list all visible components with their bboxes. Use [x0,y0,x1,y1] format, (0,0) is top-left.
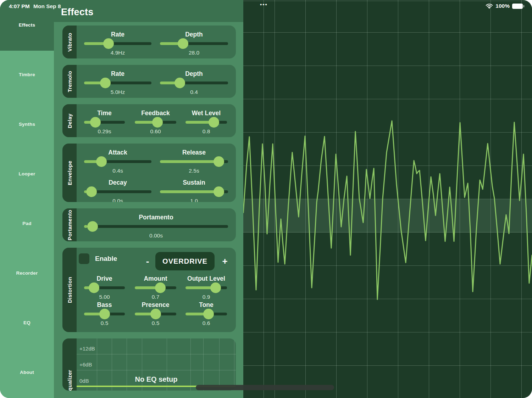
vibrato-card: Vibrato Rate 4.9Hz Depth 28.0 [62,26,236,58]
equalizer-display: +12dB +6dB 0dB No EQ setup [77,338,236,391]
delay-time-slider[interactable] [84,117,125,128]
oscilloscope-surface[interactable] [243,0,532,398]
delay-wetlevel-slider[interactable] [185,117,227,128]
vibrato-strip: Vibrato [62,26,77,58]
delay-strip: Delay [62,104,77,137]
distortion-strip: Distortion [62,248,77,332]
param-label: Output Level [187,275,225,282]
delay-label: Delay [67,113,73,128]
distortion-tone-slider[interactable] [185,309,227,319]
sidebar-item-pad[interactable]: Pad [0,198,54,248]
slider-thumb[interactable] [150,309,161,319]
sidebar-item-label: EQ [23,320,31,325]
param-label: Rate [111,30,124,38]
slider-thumb[interactable] [89,282,99,293]
envelope-strip: Envelope [62,144,77,202]
distortion-bass-slider[interactable] [84,309,125,319]
sidebar-item-synths[interactable]: Synths [0,99,54,149]
envelope-attack-slider[interactable] [84,156,151,167]
sidebar-item-timbre[interactable]: Timbre [0,50,54,99]
equalizer-card: Equalizer +12dB +6dB 0dB No EQ setup [62,338,236,391]
param-label: Presence [142,301,170,309]
param-label: Depth [185,30,203,38]
slider-thumb[interactable] [99,309,110,319]
sidebar-item-about[interactable]: About [0,347,54,397]
slider-thumb[interactable] [152,117,163,128]
home-indicator[interactable] [196,385,334,390]
eq-tick-6db: +6dB [79,361,92,368]
sidebar-item-label: Recorder [16,270,38,276]
slider-thumb[interactable] [100,78,111,88]
sidebar-items: Effects Timbre Synths Looper Pad Recorde… [0,0,54,398]
slider-thumb[interactable] [210,282,221,293]
vibrato-depth-slider[interactable] [160,38,228,49]
slider-thumb[interactable] [87,221,98,232]
distortion-label: Distortion [67,277,73,303]
param-label: Release [182,148,206,156]
delay-feedback-slider[interactable] [135,117,176,128]
slider-thumb[interactable] [174,78,185,88]
distortion-enable-label: Enable [95,253,117,264]
param-label: Amount [144,275,167,282]
param-value: 5.0Hz [111,89,125,96]
distortion-type-selector[interactable]: OVERDRIVE [155,252,215,270]
param-label: Tone [199,301,214,309]
distortion-presence-slider[interactable] [135,309,176,319]
distortion-type-minus-button[interactable]: - [143,252,153,270]
param-label: Depth [185,70,203,78]
param-value: 0.5 [101,320,109,327]
envelope-sustain-slider[interactable] [160,186,228,197]
envelope-release-slider[interactable] [160,156,228,167]
wifi-icon [486,3,493,9]
distortion-type-plus-button[interactable]: + [220,252,230,270]
slider-thumb[interactable] [86,186,97,197]
param-label: Portamento [139,213,173,221]
param-value: 0.00s [149,232,163,239]
slider-thumb[interactable] [96,156,107,167]
tremolo-card: Tremolo Rate 5.0Hz Depth 0.4 [62,65,236,98]
distortion-output-slider[interactable] [185,282,227,293]
slider-thumb[interactable] [214,156,224,167]
battery-percent: 100% [495,3,510,9]
param-label: Rate [111,70,124,78]
waveform [243,0,532,398]
battery-icon [512,4,524,9]
tremolo-rate-slider[interactable] [84,78,151,88]
param-label: Feedback [141,109,170,117]
param-value: 0.6 [203,320,210,327]
slider-thumb[interactable] [178,38,188,49]
multitask-dots-icon: ••• [260,1,268,7]
effects-card-list: Vibrato Rate 4.9Hz Depth 28.0 [62,26,236,391]
envelope-card: Envelope Attack 0.4s Release 2.5s [62,144,236,202]
portamento-label: Portamento [67,209,73,240]
distortion-enable-checkbox[interactable] [79,253,89,264]
status-date: Mon Sep 8 [33,3,61,10]
sidebar-item-eq[interactable]: EQ [0,298,54,347]
slider-thumb[interactable] [214,186,224,197]
slider-thumb[interactable] [203,309,214,319]
distortion-drive-slider[interactable] [84,282,125,293]
portamento-slider[interactable] [84,221,228,232]
tremolo-strip: Tremolo [62,65,77,98]
vibrato-rate-slider[interactable] [84,38,151,49]
sidebar-item-recorder[interactable]: Recorder [0,248,54,298]
slider-thumb[interactable] [90,117,101,128]
envelope-decay-slider[interactable] [84,186,151,197]
sidebar-item-looper[interactable]: Looper [0,149,54,198]
sidebar-item-label: About [20,370,34,375]
sidebar-item-label: Pad [22,221,31,226]
distortion-amount-slider[interactable] [135,282,176,293]
distortion-card: Distortion Enable - OVERDRIVE + Drive 5.… [62,248,236,332]
slider-thumb[interactable] [155,282,166,293]
param-value: 0.4 [190,89,198,96]
sidebar-item-label: Effects [19,22,35,28]
portamento-card: Portamento Portamento 0.00s [62,208,236,241]
param-label: Time [97,109,112,117]
param-label: Decay [109,179,127,186]
tremolo-label: Tremolo [67,71,73,92]
slider-thumb[interactable] [209,117,219,128]
app-screen: Effects Timbre Synths Looper Pad Recorde… [0,0,532,398]
tremolo-depth-slider[interactable] [160,78,228,88]
slider-thumb[interactable] [103,38,114,49]
status-right: 100% [486,3,524,9]
